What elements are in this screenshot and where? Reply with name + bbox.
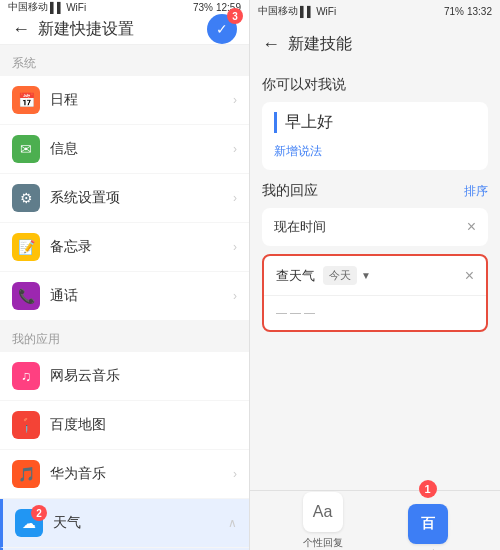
back-button-right[interactable]: ← <box>262 34 280 55</box>
status-right-time: 71% 13:32 <box>444 6 492 17</box>
response-item-current-time: 现在时间 × <box>262 208 488 246</box>
message-label: 信息 <box>50 140 233 158</box>
chevron-icon: › <box>233 289 237 303</box>
personal-reply-icon-box: Aa <box>303 492 343 532</box>
title-bar-right: ← 新建技能 <box>250 22 500 66</box>
settings-label: 系统设置项 <box>50 189 233 207</box>
remove-current-time-button[interactable]: × <box>467 219 476 235</box>
weather-chip-1: 查天气 <box>276 267 315 285</box>
phone-label: 通话 <box>50 287 233 305</box>
back-button-left[interactable]: ← <box>12 19 30 40</box>
response-header: 我的回应 排序 <box>262 182 488 200</box>
bottom-actions: Aa 个性回复 1 百 百度 <box>250 490 500 550</box>
notes-icon: 📝 <box>12 233 40 261</box>
chevron-up-icon: ∧ <box>228 516 237 530</box>
baidu-badge: 1 <box>419 480 437 498</box>
status-bar-left: 中国移动 ▌▌ WiFi 73% 12:59 <box>0 0 249 14</box>
calendar-icon: 📅 <box>12 86 40 114</box>
dropdown-arrow-icon: ▼ <box>361 270 371 281</box>
title-bar-left: ← 新建快捷设置 ✓ 3 <box>0 14 249 45</box>
message-icon: ✉ <box>12 135 40 163</box>
status-bar-right: 中国移动 ▌▌ WiFi 71% 13:32 <box>250 0 500 22</box>
chevron-icon: › <box>233 240 237 254</box>
right-content: 你可以对我说 早上好 新增说法 我的回应 排序 现在时间 × 查天气 今天 ▼ <box>250 66 500 490</box>
signal-left: ▌▌ <box>50 2 64 13</box>
response-item-weather-top: 查天气 今天 ▼ × <box>264 256 486 295</box>
chevron-icon: › <box>233 93 237 107</box>
weather-body-text: — — — <box>276 306 315 318</box>
time-right: 13:32 <box>467 6 492 17</box>
baidu-action[interactable]: 1 百 百度 <box>408 480 448 551</box>
battery-left: 73% <box>193 2 213 13</box>
confirm-button[interactable]: ✓ 3 <box>207 14 237 44</box>
page-title-right: 新建技能 <box>288 34 488 55</box>
response-item-weather: 查天气 今天 ▼ × — — — <box>262 254 488 332</box>
chevron-icon: › <box>233 142 237 156</box>
netease-icon: ♫ <box>12 362 40 390</box>
menu-item-calendar[interactable]: 📅 日程 › <box>0 76 249 125</box>
system-section-label: 系统 <box>0 45 249 76</box>
you-can-say-title: 你可以对我说 <box>262 76 488 94</box>
menu-item-phone[interactable]: 📞 通话 › <box>0 272 249 321</box>
menu-item-message[interactable]: ✉ 信息 › <box>0 125 249 174</box>
huawei-music-label: 华为音乐 <box>50 465 233 483</box>
page-title-left: 新建快捷设置 <box>38 19 207 40</box>
weather-chip-dropdown[interactable]: 今天 <box>323 266 357 285</box>
menu-item-system-settings[interactable]: ⚙ 系统设置项 › <box>0 174 249 223</box>
baidumap-label: 百度地图 <box>50 416 237 434</box>
status-right-carrier: 中国移动 ▌▌ WiFi <box>258 4 336 18</box>
personal-reply-icon: Aa <box>313 503 333 521</box>
baidumap-icon: 📍 <box>12 411 40 439</box>
weather-icon: ☁ 2 <box>15 509 43 537</box>
baidu-icon-box: 百 <box>408 504 448 544</box>
weather-badge: 2 <box>31 505 47 521</box>
trigger-phrase-text: 早上好 <box>274 112 476 133</box>
weather-label: 天气 <box>53 514 228 532</box>
menu-item-baidu-map[interactable]: 📍 百度地图 <box>0 401 249 450</box>
menu-item-weather[interactable]: ☁ 2 天气 ∧ <box>0 499 249 548</box>
battery-right: 71% <box>444 6 464 17</box>
menu-item-notes[interactable]: 📝 备忘录 › <box>0 223 249 272</box>
huawei-music-icon: 🎵 <box>12 460 40 488</box>
chevron-icon: › <box>233 467 237 481</box>
response-item-weather-body: — — — <box>264 295 486 330</box>
weather-chips: 查天气 今天 ▼ <box>276 266 371 285</box>
signal-right: ▌▌ <box>300 6 314 17</box>
notes-label: 备忘录 <box>50 238 233 256</box>
remove-weather-button[interactable]: × <box>465 268 474 284</box>
wifi-left: WiFi <box>66 2 86 13</box>
status-left: 中国移动 ▌▌ WiFi <box>8 0 86 14</box>
add-phrase-button[interactable]: 新增说法 <box>274 144 322 158</box>
wifi-right: WiFi <box>316 6 336 17</box>
confirm-badge: 3 <box>227 8 243 24</box>
settings-icon: ⚙ <box>12 184 40 212</box>
personal-reply-label: 个性回复 <box>303 536 343 550</box>
menu-item-netease[interactable]: ♫ 网易云音乐 <box>0 352 249 401</box>
phone-icon: 📞 <box>12 282 40 310</box>
baidu-icon: 百 <box>421 515 435 533</box>
calendar-label: 日程 <box>50 91 233 109</box>
chevron-icon: › <box>233 191 237 205</box>
current-time-text: 现在时间 <box>274 218 326 236</box>
trigger-phrase-card: 早上好 新增说法 <box>262 102 488 170</box>
carrier-right: 中国移动 <box>258 4 298 18</box>
menu-item-huawei-music[interactable]: 🎵 华为音乐 › <box>0 450 249 499</box>
left-panel: 中国移动 ▌▌ WiFi 73% 12:59 ← 新建快捷设置 ✓ 3 系统 📅… <box>0 0 250 550</box>
response-section-title: 我的回应 <box>262 182 318 200</box>
sort-button[interactable]: 排序 <box>464 183 488 200</box>
right-panel: 中国移动 ▌▌ WiFi 71% 13:32 ← 新建技能 你可以对我说 早上好… <box>250 0 500 550</box>
personal-reply-action[interactable]: Aa 个性回复 <box>303 492 343 550</box>
netease-label: 网易云音乐 <box>50 367 237 385</box>
apps-section-label: 我的应用 <box>0 321 249 352</box>
carrier-left: 中国移动 <box>8 0 48 14</box>
